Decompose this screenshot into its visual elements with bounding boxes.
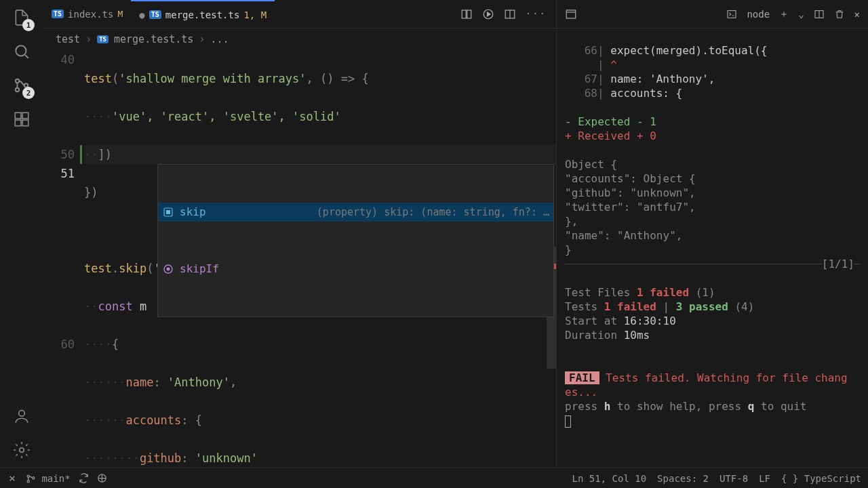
chevron-right-icon: ›	[85, 33, 92, 45]
settings-icon[interactable]	[11, 439, 33, 461]
trash-icon[interactable]	[834, 9, 845, 20]
live-share-icon[interactable]	[97, 473, 107, 483]
breadcrumb-symbol[interactable]: ...	[210, 33, 229, 45]
ts-file-icon: TS	[149, 10, 161, 19]
compare-icon[interactable]	[460, 8, 473, 20]
suggest-item-skip[interactable]: skip (property) skip: (name: string, fn?…	[158, 203, 553, 222]
terminal-name[interactable]: node	[747, 9, 770, 20]
svg-point-8	[19, 410, 25, 416]
ts-file-icon: TS	[52, 9, 64, 18]
close-icon[interactable]: ✕	[854, 9, 860, 20]
svg-rect-19	[728, 10, 736, 18]
language-mode[interactable]: { } TypeScript	[781, 473, 861, 484]
search-icon[interactable]	[11, 41, 33, 62]
svg-point-21	[27, 475, 29, 477]
editor-group: TS index.ts M ● TS merge.test.ts 1, M ··…	[43, 0, 556, 468]
intellisense-widget[interactable]: skip (property) skip: (name: string, fn?…	[157, 164, 554, 317]
indent-indicator[interactable]: Spaces: 2	[657, 473, 709, 484]
svg-point-17	[167, 268, 170, 271]
ts-file-icon: TS	[97, 35, 108, 43]
breadcrumb-file[interactable]: merge.test.ts	[114, 33, 193, 45]
extensions-icon[interactable]	[11, 108, 33, 130]
tab-index-ts[interactable]: TS index.ts M	[43, 0, 131, 28]
split-terminal-icon[interactable]	[814, 9, 825, 20]
line-gutter: 40 50 51 60	[43, 50, 84, 468]
tab-bar: TS index.ts M ● TS merge.test.ts 1, M ··…	[43, 0, 556, 28]
terminal-header: node ＋ ⌄ ✕	[557, 0, 868, 28]
tab-merge-test-ts[interactable]: ● TS merge.test.ts 1, M	[131, 0, 275, 28]
code-editor[interactable]: 40 50 51 60 test('shallow merge with arr…	[43, 50, 556, 468]
svg-point-9	[20, 448, 24, 453]
activity-bar: 1 2	[0, 0, 43, 468]
panel-toggle-icon[interactable]	[565, 8, 577, 20]
source-control-icon[interactable]: 2	[11, 75, 33, 96]
branch-indicator[interactable]: main*	[26, 473, 71, 484]
suggest-item-skipif[interactable]: skipIf	[158, 260, 553, 279]
breadcrumb[interactable]: test › TS merge.test.ts › ...	[43, 28, 556, 50]
svg-point-2	[16, 88, 19, 92]
svg-point-23	[33, 476, 35, 479]
property-icon	[162, 206, 174, 218]
terminal-profile-icon[interactable]	[726, 9, 737, 20]
svg-point-0	[16, 45, 26, 56]
encoding-indicator[interactable]: UTF-8	[719, 473, 748, 484]
svg-rect-18	[566, 10, 576, 18]
explorer-badge: 1	[22, 19, 35, 31]
tab-modified-indicator: M	[117, 9, 123, 19]
chevron-right-icon: ›	[199, 33, 205, 45]
svg-rect-11	[467, 10, 471, 18]
method-icon	[162, 263, 174, 275]
cursor-position[interactable]: Ln 51, Col 10	[572, 473, 647, 484]
fail-badge: FAIL	[565, 371, 599, 384]
remote-icon[interactable]	[7, 473, 18, 484]
terminal-output[interactable]: 66| expect(merged).toEqual({ | ^ 67| nam…	[557, 28, 868, 468]
sync-icon[interactable]	[79, 473, 89, 483]
svg-rect-7	[22, 120, 28, 126]
tab-problem-indicator: 1, M	[243, 9, 267, 20]
account-icon[interactable]	[11, 405, 33, 427]
svg-rect-15	[166, 210, 170, 214]
svg-rect-4	[15, 113, 21, 119]
breadcrumb-root[interactable]: test	[56, 33, 80, 45]
tab-actions: ···	[460, 8, 556, 20]
scm-badge: 2	[22, 87, 35, 99]
terminal-panel: node ＋ ⌄ ✕ 66| expect(merged).toEqual({ …	[556, 0, 868, 468]
eol-indicator[interactable]: LF	[759, 473, 770, 484]
svg-point-1	[16, 79, 19, 83]
chevron-down-icon[interactable]: ⌄	[798, 9, 804, 20]
terminal-cursor	[565, 415, 571, 428]
new-terminal-icon[interactable]: ＋	[779, 8, 789, 20]
run-icon[interactable]	[482, 8, 494, 20]
status-bar: main* Ln 51, Col 10 Spaces: 2 UTF-8 LF {…	[0, 468, 868, 488]
more-icon[interactable]: ···	[526, 8, 547, 20]
svg-rect-5	[22, 113, 28, 119]
explorer-icon[interactable]: 1	[11, 7, 33, 28]
svg-rect-10	[462, 10, 466, 18]
gutter-change-marker	[80, 145, 82, 164]
svg-rect-6	[15, 120, 21, 126]
tab-label: merge.test.ts	[165, 9, 240, 20]
split-editor-icon[interactable]	[504, 8, 516, 20]
code-content[interactable]: test('shallow merge with arrays', () => …	[84, 50, 556, 468]
tab-label: index.ts	[68, 9, 113, 20]
svg-point-22	[27, 480, 29, 482]
